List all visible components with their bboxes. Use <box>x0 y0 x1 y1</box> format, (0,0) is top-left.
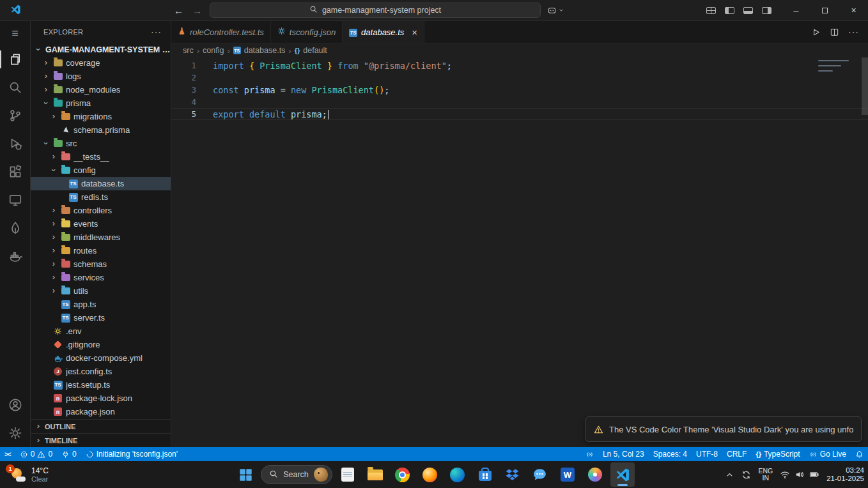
tray-sync-icon[interactable] <box>741 470 751 480</box>
breadcrumb-item-src[interactable]: src <box>183 46 194 55</box>
tree-item-node-modules[interactable]: ›node_modules <box>31 83 171 96</box>
split-editor-button[interactable] <box>830 27 839 37</box>
command-center-search[interactable]: game-managment-system project <box>210 3 541 18</box>
history-back-button[interactable]: ← <box>173 5 185 16</box>
close-tab-button[interactable]: × <box>412 27 417 38</box>
tree-item-services[interactable]: ›services <box>31 271 171 284</box>
tree-item--tests-[interactable]: ›__tests__ <box>31 150 171 164</box>
layout-customize-icon[interactable] <box>706 7 716 14</box>
taskbar-app-chat[interactable] <box>528 462 552 487</box>
status-remote-indicator[interactable]: >< <box>0 447 15 461</box>
status-notifications[interactable] <box>851 447 868 461</box>
tree-item-app.ts[interactable]: ›TSapp.ts <box>31 298 171 311</box>
status-problems[interactable]: 00 <box>15 447 57 461</box>
status-indentation[interactable]: Spaces: 4 <box>649 447 692 461</box>
notification-toast[interactable]: The VS Code Color Theme 'Visual Studio D… <box>585 416 862 442</box>
maximize-button[interactable] <box>810 0 839 21</box>
taskbar-app-chrome[interactable] <box>391 462 415 487</box>
status-ports[interactable]: 0 <box>57 447 81 461</box>
weather-widget[interactable]: 1 14°C Clear <box>4 461 54 488</box>
taskbar-app-word[interactable]: W <box>555 462 580 487</box>
taskbar-app-photos[interactable] <box>583 462 607 487</box>
status-language-mode[interactable]: {}TypeScript <box>751 447 804 461</box>
layout-sidebar-right-icon[interactable] <box>762 7 771 14</box>
tab-rolecontroller.test.ts[interactable]: roleController.test.ts <box>171 21 271 43</box>
section-timeline[interactable]: ›TIMELINE <box>31 433 171 447</box>
tree-item-controllers[interactable]: ›controllers <box>31 204 171 217</box>
tree-item-jest.setup.ts[interactable]: ›TSjest.setup.ts <box>31 378 171 392</box>
extensions-icon[interactable] <box>0 158 30 186</box>
code-editor[interactable]: 1import { PrismaClient } from "@prisma/c… <box>171 57 868 447</box>
breadcrumb-item-default[interactable]: {}default <box>295 46 327 55</box>
copilot-menu-button[interactable] <box>547 6 564 15</box>
status-tunnel[interactable] <box>581 447 598 461</box>
accounts-icon[interactable] <box>0 391 30 419</box>
history-forward-button[interactable]: → <box>191 5 203 16</box>
status-encoding[interactable]: UTF-8 <box>692 447 722 461</box>
minimap[interactable] <box>818 60 858 73</box>
close-button[interactable]: × <box>839 0 868 21</box>
tree-item-middlewares[interactable]: ›middlewares <box>31 231 171 244</box>
code-line[interactable]: 5export default prisma; <box>171 108 868 120</box>
tree-item-events[interactable]: ›events <box>31 217 171 231</box>
docker-icon[interactable] <box>0 242 30 270</box>
tree-item-routes[interactable]: ›routes <box>31 244 171 257</box>
tree-item-logs[interactable]: ›logs <box>31 70 171 83</box>
tab-database.ts[interactable]: TSdatabase.ts× <box>343 21 424 43</box>
wifi-icon[interactable] <box>780 469 790 480</box>
tree-item-.env[interactable]: ›.env <box>31 324 171 338</box>
taskbar-app-file-explorer[interactable] <box>363 462 387 487</box>
explorer-actions-button[interactable]: ··· <box>151 27 162 37</box>
search-icon[interactable] <box>0 73 30 102</box>
start-button[interactable] <box>233 462 258 487</box>
manage-icon[interactable] <box>0 419 30 447</box>
breadcrumb-item-config[interactable]: config <box>203 46 224 55</box>
more-actions-button[interactable]: ··· <box>848 27 859 37</box>
hidden-icons-button[interactable] <box>725 470 734 480</box>
quick-settings[interactable] <box>780 469 819 480</box>
explorer-icon[interactable] <box>0 45 30 73</box>
taskbar-app-notepad[interactable] <box>336 462 360 487</box>
language-indicator[interactable]: ENGIN <box>758 468 773 482</box>
taskbar-app-edge[interactable] <box>446 462 470 487</box>
status-go-live[interactable]: Go Live <box>805 447 851 461</box>
tree-item-database.ts[interactable]: ›TSdatabase.ts <box>31 177 171 190</box>
status-sync-status[interactable]: Initializing 'tsconfig.json' <box>81 447 182 461</box>
tree-item-docker-compose.yml[interactable]: ›docker-compose.yml <box>31 351 171 365</box>
mongodb-icon[interactable] <box>0 214 30 242</box>
menu-icon[interactable]: ≡ <box>0 21 30 45</box>
status-cursor-position[interactable]: Ln 5, Col 23 <box>598 447 649 461</box>
tree-item-.gitignore[interactable]: ›.gitignore <box>31 338 171 351</box>
run-and-debug-icon[interactable] <box>0 130 30 158</box>
run-file-button[interactable] <box>811 27 821 37</box>
taskbar-search[interactable]: Search <box>261 465 332 484</box>
tree-item-coverage[interactable]: ›coverage <box>31 56 171 70</box>
taskbar-clock[interactable]: 03:2421-01-2025 <box>826 466 864 483</box>
code-line[interactable]: 2 <box>171 72 868 84</box>
section-outline[interactable]: ›OUTLINE <box>31 419 171 433</box>
tree-item-config[interactable]: ›config <box>31 164 171 177</box>
taskbar-app-firefox[interactable] <box>418 462 442 487</box>
tree-item-server.ts[interactable]: ›TSserver.ts <box>31 311 171 324</box>
minimize-button[interactable]: – <box>782 0 810 21</box>
layout-sidebar-left-icon[interactable] <box>725 7 734 14</box>
taskbar-app-dropbox[interactable] <box>500 462 525 487</box>
code-line[interactable]: 4 <box>171 96 868 108</box>
tree-item-schema.prisma[interactable]: ›schema.prisma <box>31 123 171 137</box>
layout-panel-icon[interactable] <box>743 7 753 14</box>
tree-item-utils[interactable]: ›utils <box>31 284 171 298</box>
tree-item-src[interactable]: ›src <box>31 137 171 150</box>
remote-explorer-icon[interactable] <box>0 186 30 214</box>
taskbar-app-vscode[interactable] <box>610 462 635 487</box>
source-control-icon[interactable] <box>0 102 30 130</box>
volume-icon[interactable] <box>794 469 805 480</box>
tree-item-schemas[interactable]: ›schemas <box>31 257 171 271</box>
tree-item-package-lock.json[interactable]: ›npackage-lock.json <box>31 392 171 405</box>
editor-scrollbar[interactable] <box>862 57 868 115</box>
tree-item-package.json[interactable]: ›npackage.json <box>31 405 171 418</box>
status-eol[interactable]: CRLF <box>722 447 751 461</box>
tree-item-redis.ts[interactable]: ›TSredis.ts <box>31 190 171 204</box>
tree-item-migrations[interactable]: ›migrations <box>31 110 171 123</box>
taskbar-app-store[interactable] <box>473 462 497 487</box>
breadcrumb-item-database.ts[interactable]: TSdatabase.ts <box>233 46 286 55</box>
